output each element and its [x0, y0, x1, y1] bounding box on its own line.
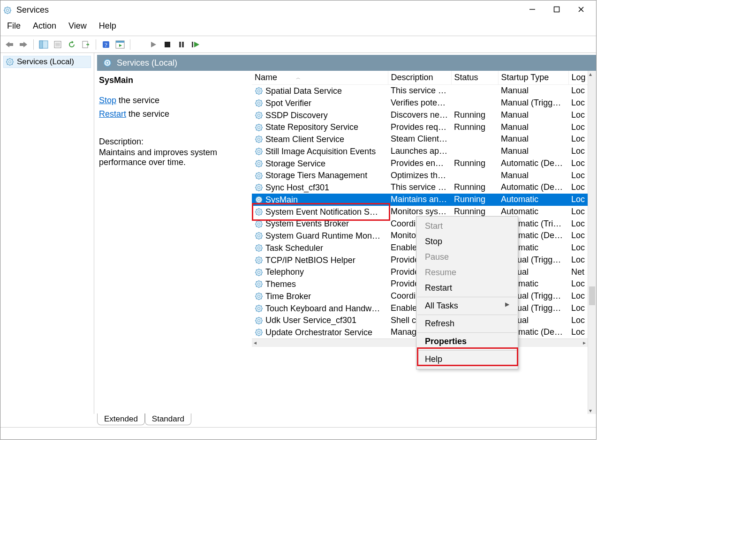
table-row[interactable]: State Repository ServiceProvides req…Run…: [252, 121, 588, 133]
gear-icon: [255, 87, 263, 95]
maximize-button[interactable]: [550, 5, 563, 15]
col-startup[interactable]: Startup Type: [498, 71, 568, 85]
menu-action[interactable]: Action: [33, 21, 56, 31]
service-logon: Loc: [568, 314, 588, 326]
service-startup: Manual: [498, 169, 568, 181]
gear-icon: [255, 268, 263, 277]
service-name: State Repository Service: [265, 122, 358, 132]
service-logon: Loc: [568, 121, 588, 133]
tab-standard[interactable]: Standard: [145, 413, 191, 425]
col-description[interactable]: Description: [388, 71, 451, 85]
stop-service-button[interactable]: [162, 39, 173, 50]
gear-icon: [255, 244, 263, 252]
show-hide-tree-button[interactable]: [38, 39, 49, 50]
service-name: TCP/IP NetBIOS Helper: [265, 255, 355, 264]
context-menu-item[interactable]: Help: [416, 352, 518, 367]
action-pane-button[interactable]: [115, 39, 125, 50]
service-name: System Event Notification S…: [265, 207, 378, 216]
service-description: Discovers ne…: [388, 109, 451, 121]
table-row[interactable]: Storage ServiceProvides ena…RunningAutom…: [252, 158, 588, 170]
service-logon: Loc: [568, 169, 588, 181]
stop-service-link[interactable]: Stop: [99, 96, 116, 105]
gear-icon: [255, 195, 263, 204]
pause-service-button[interactable]: [176, 39, 187, 50]
services-window: Services File Action View Help ?: [0, 0, 597, 440]
context-menu-item: Start: [416, 218, 518, 234]
service-startup: Manual: [498, 121, 568, 133]
col-status[interactable]: Status: [451, 71, 498, 85]
restart-service-button[interactable]: [190, 39, 201, 50]
gear-icon: [255, 208, 263, 216]
service-name: Sync Host_cf301: [265, 183, 329, 192]
view-tabs: Extended Standard: [97, 414, 596, 427]
forward-button[interactable]: [18, 39, 29, 50]
table-row[interactable]: Sync Host_cf301This service …RunningAuto…: [252, 181, 588, 194]
svg-rect-28: [179, 42, 181, 47]
listview-header: Services (Local): [97, 55, 596, 71]
help-button[interactable]: ?: [101, 39, 111, 50]
table-row[interactable]: Spot VerifierVerifies pote…Manual (Trigg…: [252, 97, 588, 109]
service-logon: Loc: [568, 145, 588, 158]
col-logon[interactable]: Log On As: [568, 71, 588, 85]
service-startup: Automatic (De…: [498, 158, 568, 170]
service-name: Still Image Acquisition Events: [265, 147, 376, 156]
close-button[interactable]: [575, 5, 588, 15]
refresh-button[interactable]: [67, 39, 77, 50]
service-logon: Loc: [568, 85, 588, 97]
service-name: System Guard Runtime Mon…: [265, 231, 380, 240]
context-menu-item[interactable]: Restart: [416, 280, 518, 296]
service-description: Maintains an…: [388, 194, 451, 206]
svg-rect-27: [165, 42, 170, 47]
service-logon: Loc: [568, 302, 588, 315]
service-logon: Loc: [568, 206, 588, 218]
svg-rect-30: [192, 42, 193, 47]
service-status: Running: [451, 121, 498, 133]
context-menu-item[interactable]: All Tasks▶: [416, 298, 518, 314]
svg-marker-31: [194, 42, 199, 47]
table-row[interactable]: Storage Tiers ManagementOptimizes th…Man…: [252, 169, 588, 181]
tree-node-services-local[interactable]: Services (Local): [3, 56, 91, 68]
gear-icon: [255, 256, 263, 264]
service-name: Storage Service: [265, 158, 325, 168]
tab-extended[interactable]: Extended: [97, 413, 145, 425]
titlebar: Services: [0, 0, 596, 19]
table-row[interactable]: Steam Client ServiceSteam Client…ManualL…: [252, 133, 588, 145]
context-menu-item[interactable]: Stop: [416, 234, 518, 249]
gear-icon: [255, 292, 263, 301]
menu-file[interactable]: File: [7, 21, 21, 31]
table-row[interactable]: SSDP DiscoveryDiscovers ne…RunningManual…: [252, 109, 588, 121]
service-name: Udk User Service_cf301: [265, 316, 356, 325]
service-description: Steam Client…: [388, 133, 451, 145]
export-button[interactable]: [81, 39, 91, 50]
service-name: Telephony: [265, 267, 304, 277]
context-menu-item[interactable]: Properties: [416, 334, 518, 349]
context-menu-item[interactable]: Refresh: [416, 316, 518, 331]
app-icon: [3, 5, 12, 15]
service-status: [451, 85, 498, 97]
service-startup: Automatic: [498, 194, 568, 206]
properties-toolbutton[interactable]: [53, 39, 63, 50]
gear-icon: [255, 135, 263, 143]
gear-icon: [255, 183, 263, 192]
service-startup: Manual: [498, 145, 568, 158]
minimize-button[interactable]: [526, 5, 539, 15]
context-menu-item: Resume: [416, 265, 518, 280]
menu-help[interactable]: Help: [99, 21, 116, 31]
service-startup: Automatic (De…: [498, 181, 568, 194]
col-name[interactable]: Name︿: [252, 71, 388, 85]
service-logon: Loc: [568, 133, 588, 145]
service-name: Spot Verifier: [265, 98, 311, 108]
table-row[interactable]: Still Image Acquisition EventsLaunches a…: [252, 145, 588, 158]
description-text: Maintains and improves system performanc…: [99, 148, 246, 167]
vertical-scrollbar[interactable]: [588, 71, 596, 414]
service-status: Running: [451, 194, 498, 206]
service-logon: Loc: [568, 230, 588, 242]
back-button[interactable]: [4, 39, 15, 50]
menu-view[interactable]: View: [68, 21, 87, 31]
restart-service-link[interactable]: Restart: [99, 109, 126, 119]
gear-icon: [255, 328, 263, 337]
start-service-button[interactable]: [148, 39, 159, 50]
table-row[interactable]: Spatial Data ServiceThis service i…Manua…: [252, 85, 588, 97]
table-row[interactable]: SysMainMaintains an…RunningAutomaticLoc: [252, 194, 588, 206]
toolbar: ?: [0, 36, 596, 53]
